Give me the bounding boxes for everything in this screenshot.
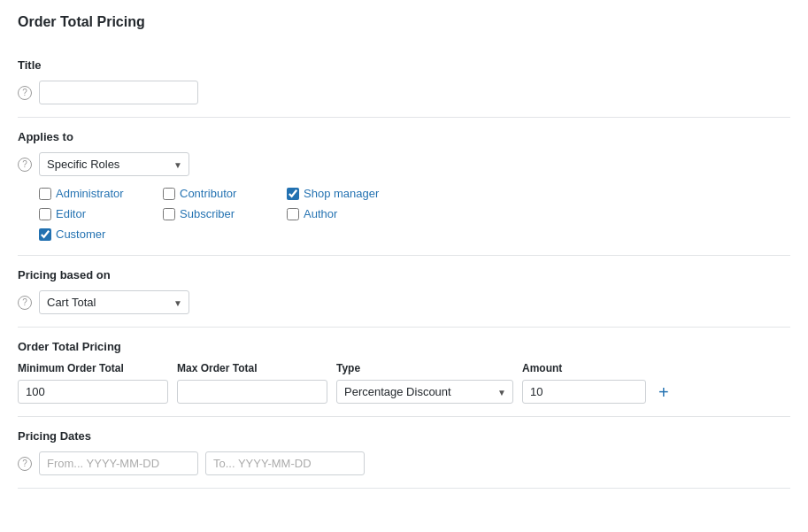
checkbox-subscriber[interactable]: [163, 208, 175, 220]
amount-input[interactable]: [522, 380, 646, 404]
checkbox-label-editor: Editor: [56, 207, 86, 220]
table-header-row: Minimum Order Total Max Order Total Type…: [18, 362, 790, 374]
min-order-input[interactable]: [18, 380, 168, 404]
title-field-row: ?: [18, 81, 790, 104]
checkbox-item-customer: Customer: [39, 226, 163, 243]
col-header-max: Max Order Total: [177, 362, 327, 374]
pricing-dates-section: Pricing Dates ?: [18, 417, 790, 489]
cell-max: [177, 380, 327, 404]
pricing-based-label: Pricing based on: [18, 268, 790, 281]
applies-to-field-row: ? Everyone Specific Roles Specific Users…: [18, 152, 790, 176]
col-header-min: Minimum Order Total: [18, 362, 168, 374]
cell-action: +: [655, 383, 681, 401]
table-row: Percentage Discount Fixed Discount Fixed…: [18, 380, 790, 404]
title-help-icon[interactable]: ?: [18, 86, 32, 100]
type-select[interactable]: Percentage Discount Fixed Discount Fixed…: [336, 380, 513, 404]
add-row-button[interactable]: +: [655, 383, 673, 401]
cell-amount: [522, 380, 646, 404]
type-select-wrapper: Percentage Discount Fixed Discount Fixed…: [336, 380, 513, 404]
order-total-table: Minimum Order Total Max Order Total Type…: [18, 362, 790, 404]
pricing-based-help-icon[interactable]: ?: [18, 296, 32, 310]
checkbox-item-author: Author: [287, 205, 411, 222]
pricing-dates-help-icon[interactable]: ?: [18, 457, 32, 471]
applies-to-select[interactable]: Everyone Specific Roles Specific Users: [39, 152, 189, 176]
order-total-pricing-section: Order Total Pricing Minimum Order Total …: [18, 328, 790, 417]
checkbox-item-subscriber: Subscriber: [163, 205, 287, 222]
order-total-pricing-label: Order Total Pricing: [18, 340, 790, 353]
col-header-type: Type: [336, 362, 513, 374]
applies-to-help-icon[interactable]: ?: [18, 158, 32, 172]
checkbox-label-administrator: Administrator: [56, 187, 124, 200]
cell-min: [18, 380, 168, 404]
col-header-amount: Amount: [522, 362, 646, 374]
checkbox-label-author: Author: [304, 207, 337, 220]
pricing-dates-label: Pricing Dates: [18, 429, 790, 443]
checkbox-customer[interactable]: [39, 228, 51, 241]
checkbox-item-contributor: Contributor: [163, 185, 287, 202]
checkbox-item-shop-manager: Shop manager: [287, 185, 411, 202]
pricing-based-select-wrapper: Cart Total Cart Subtotal Cart Items Coun…: [39, 290, 189, 314]
from-date-input[interactable]: [39, 451, 198, 475]
checkbox-label-subscriber: Subscriber: [180, 207, 235, 220]
checkbox-label-shop-manager: Shop manager: [304, 187, 379, 200]
pricing-based-on-section: Pricing based on ? Cart Total Cart Subto…: [18, 256, 790, 328]
checkbox-item-editor: Editor: [39, 205, 163, 222]
checkbox-administrator[interactable]: [39, 188, 51, 200]
cell-type: Percentage Discount Fixed Discount Fixed…: [336, 380, 513, 404]
to-date-input[interactable]: [205, 451, 365, 475]
checkbox-author[interactable]: [287, 208, 299, 220]
page-title: Order Total Pricing: [18, 14, 790, 30]
applies-to-section: Applies to ? Everyone Specific Roles Spe…: [18, 118, 790, 256]
title-label: Title: [18, 58, 790, 72]
pricing-based-select[interactable]: Cart Total Cart Subtotal Cart Items Coun…: [39, 290, 189, 314]
checkbox-item-administrator: Administrator: [39, 185, 163, 202]
pricing-dates-field-row: ?: [18, 451, 790, 475]
title-input[interactable]: [39, 81, 198, 104]
col-header-action: [655, 362, 681, 374]
checkbox-editor[interactable]: [39, 208, 51, 220]
dates-row: [39, 451, 365, 475]
checkbox-contributor[interactable]: [163, 188, 175, 200]
title-section: Title ?: [18, 46, 790, 118]
checkbox-label-customer: Customer: [56, 227, 105, 241]
max-order-input[interactable]: [177, 380, 327, 404]
pricing-based-field-row: ? Cart Total Cart Subtotal Cart Items Co…: [18, 290, 790, 314]
applies-to-select-wrapper: Everyone Specific Roles Specific Users ▼: [39, 152, 189, 176]
checkbox-shop-manager[interactable]: [287, 188, 299, 200]
checkbox-label-contributor: Contributor: [180, 187, 236, 200]
applies-to-label: Applies to: [18, 130, 790, 143]
roles-checkboxes-grid: Administrator Contributor Shop manager E…: [39, 185, 790, 243]
